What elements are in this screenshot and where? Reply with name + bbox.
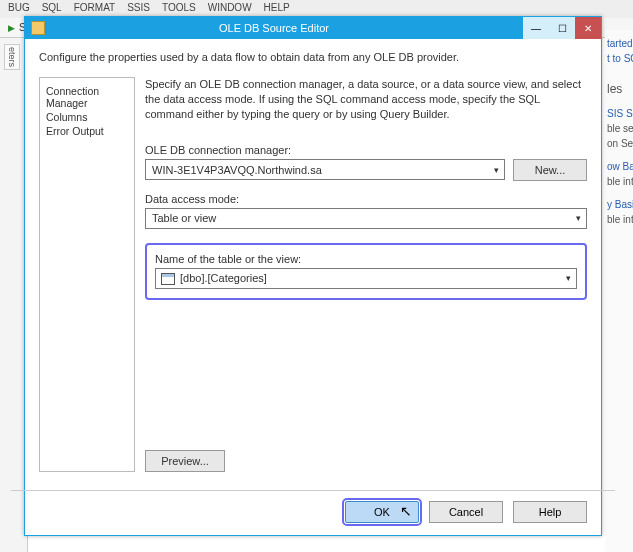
menu-item[interactable]: BUG [8, 2, 30, 16]
hint-text: tarted [605, 36, 633, 51]
link-text[interactable]: ow Ba [605, 159, 633, 174]
connection-manager-value: WIN-3E1V4P3AVQQ.Northwind.sa [152, 164, 322, 176]
close-button[interactable]: ✕ [575, 17, 601, 39]
data-access-mode-select[interactable]: Table or view [145, 208, 587, 229]
dialog-description: Configure the properties used by a data … [39, 51, 587, 63]
dialog-footer: OK Cancel Help [25, 501, 601, 535]
data-access-mode-value: Table or view [152, 212, 216, 224]
link-text[interactable]: y Basic [605, 197, 633, 212]
side-tab[interactable]: eters [4, 44, 20, 70]
ole-db-source-editor-dialog: OLE DB Source Editor — ☐ ✕ Configure the… [24, 16, 602, 536]
maximize-button[interactable]: ☐ [549, 17, 575, 39]
connection-manager-select[interactable]: WIN-3E1V4P3AVQQ.Northwind.sa [145, 159, 505, 180]
dialog-body: Configure the properties used by a data … [25, 39, 601, 480]
hint-text: ble ser [605, 121, 633, 136]
sidebar-item-connection-manager[interactable]: Connection Manager [46, 84, 128, 110]
table-name-label: Name of the table or the view: [155, 253, 577, 265]
main-pane: Specify an OLE DB connection manager, a … [145, 77, 587, 472]
table-icon [161, 273, 175, 285]
table-name-select[interactable]: [dbo].[Categories] [155, 268, 577, 289]
link-text[interactable]: SIS Sc [605, 106, 633, 121]
menu-item[interactable]: SQL [42, 2, 62, 16]
hint-text: ble int [605, 212, 633, 227]
new-button[interactable]: New... [513, 159, 587, 181]
window-buttons: — ☐ ✕ [523, 17, 601, 39]
play-icon: ▶ [8, 23, 15, 33]
menu-item[interactable]: TOOLS [162, 2, 196, 16]
dialog-title: OLE DB Source Editor [25, 22, 523, 34]
menu-item[interactable]: FORMAT [74, 2, 115, 16]
title-bar[interactable]: OLE DB Source Editor — ☐ ✕ [25, 17, 601, 39]
sidebar-item-error-output[interactable]: Error Output [46, 124, 128, 138]
content-split: Connection Manager Columns Error Output … [39, 77, 587, 472]
category-sidebar: Connection Manager Columns Error Output [39, 77, 135, 472]
help-button[interactable]: Help [513, 501, 587, 523]
menu-item[interactable]: SSIS [127, 2, 150, 16]
hint-text: on Ser [605, 136, 633, 151]
right-panel: tarted t to SQ les SIS Sc ble ser on Ser… [605, 30, 633, 552]
preview-button[interactable]: Preview... [145, 450, 225, 472]
ok-button[interactable]: OK [345, 501, 419, 523]
panel-header: les [605, 80, 633, 98]
divider [11, 490, 615, 491]
table-name-value: [dbo].[Categories] [180, 272, 267, 284]
table-name-highlight: Name of the table or the view: [dbo].[Ca… [145, 243, 587, 300]
menu-item[interactable]: WINDOW [208, 2, 252, 16]
menu-item[interactable]: HELP [264, 2, 290, 16]
cancel-button[interactable]: Cancel [429, 501, 503, 523]
data-access-mode-label: Data access mode: [145, 193, 587, 205]
hint-text: t to SQ [605, 51, 633, 66]
connection-manager-label: OLE DB connection manager: [145, 144, 587, 156]
sidebar-item-columns[interactable]: Columns [46, 110, 128, 124]
minimize-button[interactable]: — [523, 17, 549, 39]
hint-text: ble int [605, 174, 633, 189]
intro-text: Specify an OLE DB connection manager, a … [145, 77, 587, 122]
